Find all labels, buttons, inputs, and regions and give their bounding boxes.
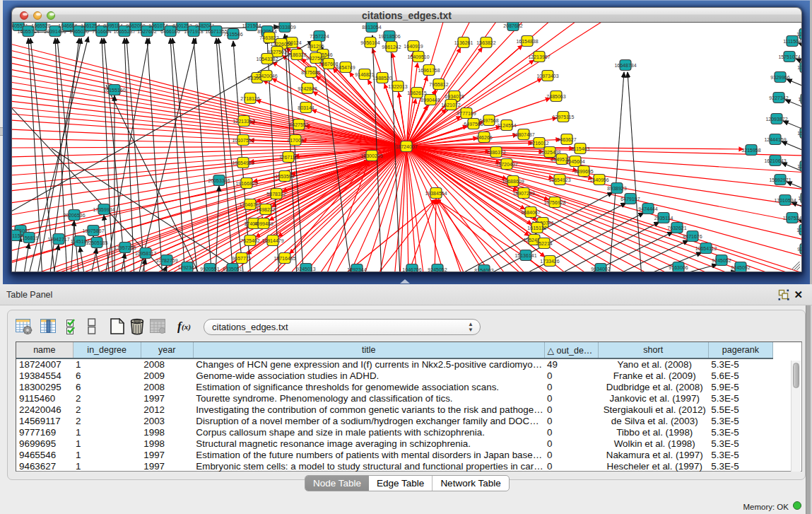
svg-text:8186328: 8186328	[287, 52, 306, 57]
svg-text:12975115: 12975115	[553, 115, 575, 119]
svg-text:2087682: 2087682	[503, 23, 522, 28]
svg-text:1065528: 1065528	[31, 23, 50, 28]
svg-text:10973403: 10973403	[536, 74, 558, 78]
svg-text:7955812: 7955812	[429, 82, 448, 87]
svg-text:9329966: 9329966	[770, 75, 789, 80]
svg-text:6934078: 6934078	[445, 94, 464, 99]
svg-text:2718126: 2718126	[240, 96, 259, 101]
svg-text:1733426: 1733426	[540, 259, 559, 264]
svg-text:7485063: 7485063	[546, 94, 565, 99]
svg-text:10756928: 10756928	[543, 200, 565, 205]
svg-text:1563822: 1563822	[476, 40, 495, 45]
svg-text:9474444: 9474444	[638, 206, 657, 211]
svg-text:127585: 127585	[796, 32, 802, 37]
svg-text:26155160: 26155160	[103, 88, 125, 93]
svg-text:16033809: 16033809	[273, 25, 295, 30]
svg-text:8813054: 8813054	[362, 25, 381, 30]
svg-text:8335051: 8335051	[223, 267, 242, 271]
svg-text:10654112: 10654112	[695, 246, 717, 251]
svg-text:1498222: 1498222	[256, 207, 275, 212]
svg-text:1322013: 1322013	[388, 84, 407, 89]
svg-text:7386372: 7386372	[486, 150, 505, 155]
svg-text:10958117: 10958117	[135, 251, 157, 256]
svg-text:8427552: 8427552	[289, 122, 308, 127]
svg-text:19166825: 19166825	[235, 181, 257, 186]
svg-text:10107552: 10107552	[232, 138, 254, 143]
svg-text:9245092: 9245092	[731, 265, 750, 270]
svg-text:18300295: 18300295	[360, 153, 382, 158]
svg-text:5878312: 5878312	[266, 192, 286, 197]
svg-text:15136141: 15136141	[514, 253, 536, 258]
svg-text:122035: 122035	[797, 164, 802, 169]
svg-text:9899695: 9899695	[574, 169, 593, 174]
svg-text:19384554: 19384554	[425, 191, 447, 196]
svg-text:15720407: 15720407	[495, 162, 517, 167]
svg-text:18724007: 18724007	[395, 144, 417, 149]
svg-text:175455: 175455	[798, 196, 802, 201]
svg-text:6045604: 6045604	[565, 159, 584, 164]
svg-text:10688609: 10688609	[502, 179, 524, 184]
svg-text:17957255: 17957255	[114, 245, 136, 250]
svg-text:9056104: 9056104	[360, 40, 379, 45]
svg-text:3124554: 3124554	[497, 123, 516, 128]
svg-text:1292344: 1292344	[347, 267, 366, 272]
svg-text:19975867: 19975867	[82, 228, 104, 233]
svg-text:891295: 891295	[307, 44, 324, 49]
svg-text:8938923: 8938923	[607, 186, 626, 191]
svg-text:12093872: 12093872	[765, 117, 787, 122]
svg-text:9245052: 9245052	[428, 267, 447, 272]
svg-text:17942717: 17942717	[47, 237, 69, 242]
svg-text:22420046: 22420046	[255, 74, 277, 78]
svg-text:9146821: 9146821	[355, 72, 374, 77]
svg-text:19654983: 19654983	[232, 160, 254, 165]
svg-text:16154838: 16154838	[516, 39, 538, 44]
svg-text:13226058: 13226058	[270, 42, 292, 47]
svg-text:15692971: 15692971	[769, 177, 791, 182]
svg-text:2935114: 2935114	[654, 216, 673, 221]
svg-text:159585: 159585	[797, 131, 802, 136]
svg-text:17046768: 17046768	[239, 202, 261, 207]
svg-text:924505: 924505	[797, 247, 802, 252]
svg-text:1640919: 1640919	[404, 44, 423, 49]
svg-text:7357224: 7357224	[310, 34, 329, 39]
svg-text:10782759: 10782759	[155, 258, 177, 263]
svg-text:1621072: 1621072	[441, 103, 460, 107]
svg-text:19654923: 19654923	[548, 177, 570, 182]
svg-text:17010534: 17010534	[774, 198, 796, 203]
svg-text:4099489: 4099489	[254, 221, 273, 226]
svg-text:9227342: 9227342	[769, 95, 788, 100]
svg-text:7515546: 7515546	[223, 32, 242, 37]
svg-text:15716485: 15716485	[273, 256, 295, 261]
svg-text:12213967: 12213967	[528, 54, 550, 59]
svg-text:9634002: 9634002	[591, 267, 610, 271]
svg-text:9920551: 9920551	[200, 267, 219, 271]
svg-text:7632621: 7632621	[667, 226, 686, 230]
svg-text:20206536: 20206536	[63, 213, 85, 218]
svg-text:1046706: 1046706	[402, 267, 421, 272]
svg-text:8154003: 8154003	[474, 268, 493, 273]
svg-text:252214: 252214	[536, 241, 552, 246]
svg-text:8471676: 8471676	[683, 234, 702, 239]
svg-text:3215958: 3215958	[741, 148, 760, 153]
svg-text:9777169: 9777169	[457, 111, 476, 116]
svg-text:1156819: 1156819	[20, 235, 39, 240]
svg-text:20053346: 20053346	[208, 178, 230, 183]
svg-text:17359934: 17359934	[93, 207, 114, 212]
svg-text:7625402: 7625402	[240, 238, 259, 243]
svg-text:1615132: 1615132	[527, 226, 546, 230]
svg-text:16648784: 16648784	[614, 63, 636, 68]
svg-text:12444159: 12444159	[764, 137, 786, 142]
svg-text:9245013: 9245013	[296, 267, 315, 271]
svg-text:16914479: 16914479	[261, 238, 283, 243]
svg-text:6497568: 6497568	[464, 122, 483, 127]
svg-text:16210643: 16210643	[764, 158, 786, 163]
svg-text:18907249: 18907249	[512, 191, 534, 196]
svg-text:803144: 803144	[298, 105, 314, 110]
svg-text:6216012: 6216012	[529, 141, 548, 146]
svg-text:(x): (x)	[182, 322, 191, 332]
svg-text:1136261: 1136261	[454, 40, 473, 45]
svg-text:12505185: 12505185	[86, 240, 107, 245]
svg-text:9463627: 9463627	[557, 137, 576, 142]
svg-text:417004: 417004	[287, 138, 303, 143]
svg-text:1167534: 1167534	[783, 216, 802, 221]
